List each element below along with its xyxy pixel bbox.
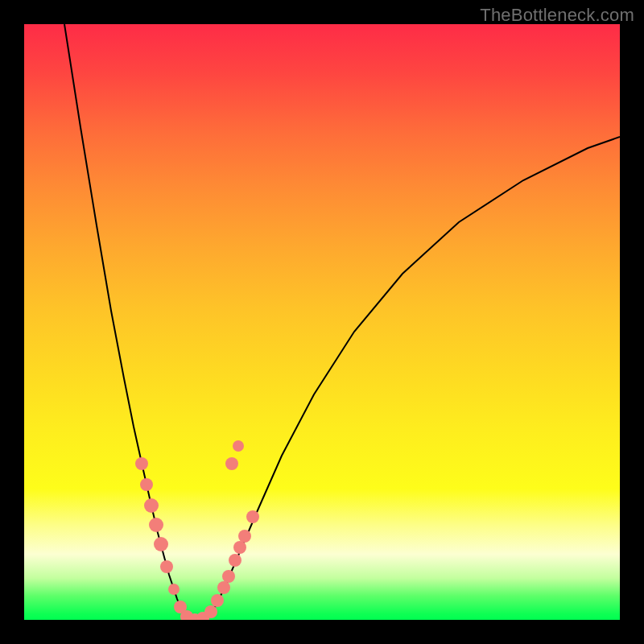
data-marker (135, 457, 148, 470)
data-marker (246, 510, 259, 523)
chart-svg (24, 24, 620, 620)
data-marker (238, 530, 251, 543)
data-marker (144, 498, 159, 513)
data-marker (225, 457, 238, 470)
data-marker (168, 584, 180, 595)
bottleneck-curve (64, 24, 620, 620)
data-marker (154, 537, 168, 551)
chart-plot-area (24, 24, 620, 620)
data-marker (217, 581, 230, 594)
data-marker (229, 554, 242, 567)
data-marker (140, 478, 153, 491)
data-marker (222, 570, 235, 583)
data-marker (233, 541, 246, 554)
data-marker (233, 440, 244, 452)
data-marker (204, 605, 217, 618)
data-marker (211, 594, 224, 607)
data-marker (149, 518, 163, 532)
data-marker (160, 560, 173, 573)
watermark-text: TheBottleneck.com (480, 5, 634, 26)
data-markers (135, 440, 259, 620)
